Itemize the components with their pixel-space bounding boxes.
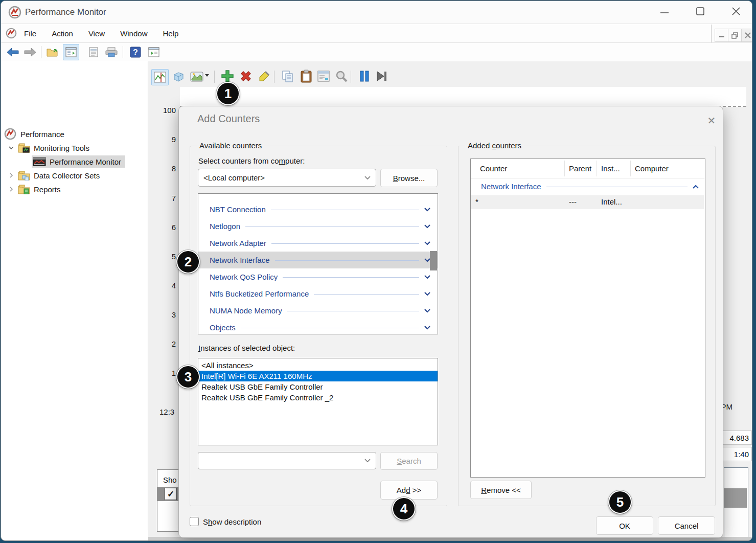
search-input[interactable]	[198, 454, 364, 468]
cell-parent: ---	[569, 197, 577, 206]
counter-item-selected[interactable]: Network Interface	[198, 252, 438, 268]
chevron-down-icon[interactable]	[424, 292, 430, 296]
counters-list[interactable]: NBT Connection Netlogon Network Adapter …	[198, 193, 438, 334]
zoom-button[interactable]	[334, 69, 349, 84]
mdi-minimize-button[interactable]	[715, 29, 728, 42]
view-current-activity-button[interactable]	[151, 69, 169, 85]
instance-item[interactable]: Realtek USB GbE Family Controller _2	[198, 392, 438, 403]
y-axis-label: 100	[155, 106, 176, 115]
close-icon[interactable]	[731, 6, 741, 16]
forward-button[interactable]	[22, 44, 38, 60]
tree-item-performance[interactable]: Performance	[4, 128, 64, 140]
show-hide-console-tree-button[interactable]	[63, 44, 79, 60]
legend-checkbox[interactable]: ✓	[165, 488, 177, 500]
menu-view[interactable]: View	[88, 29, 105, 38]
chevron-collapsed-icon[interactable]	[8, 186, 14, 192]
chevron-down-icon[interactable]	[424, 241, 430, 245]
dialog-close-icon[interactable]: ✕	[704, 114, 719, 128]
search-button[interactable]: Search	[380, 452, 438, 470]
counter-item[interactable]: Network Adapter	[198, 235, 438, 252]
dropdown-caret-icon[interactable]	[204, 74, 210, 77]
menu-help[interactable]: Help	[163, 29, 178, 38]
added-counter-row[interactable]: * --- Intel...	[471, 195, 704, 209]
chevron-down-icon[interactable]	[424, 275, 430, 279]
instances-list[interactable]: <All instances> Intel[R] Wi-Fi 6E AX211 …	[198, 358, 438, 445]
ok-button[interactable]: OK	[596, 516, 653, 535]
properties-button[interactable]	[316, 69, 331, 84]
column-computer[interactable]: Computer	[635, 159, 669, 178]
tree-item-reports[interactable]: Reports	[8, 184, 61, 194]
chevron-down-icon[interactable]	[424, 309, 430, 313]
menu-action[interactable]: Action	[52, 29, 73, 38]
graph-type-icon	[190, 72, 203, 82]
tree-item-performance-monitor[interactable]: Performance Monitor	[32, 155, 125, 168]
counter-item[interactable]: Netlogon	[198, 218, 438, 235]
maximize-icon[interactable]	[695, 6, 705, 16]
copy-properties-button[interactable]	[280, 69, 295, 84]
counter-item[interactable]: Ntfs Bucketized Performance	[198, 285, 438, 302]
show-description-checkbox[interactable]	[190, 517, 199, 526]
column-instance[interactable]: Inst...	[601, 159, 620, 178]
show-description-row[interactable]: Show description	[190, 517, 261, 526]
tree-label: Performance	[20, 130, 64, 139]
instance-item-selected[interactable]: Intel[R] Wi-Fi 6E AX211 160MHz	[198, 371, 438, 381]
chevron-collapsed-icon[interactable]	[8, 172, 14, 178]
minimize-icon[interactable]	[659, 8, 670, 16]
scrollbar-thumb[interactable]	[724, 488, 747, 508]
cancel-button[interactable]: Cancel	[658, 516, 715, 535]
browse-button[interactable]: Browse...	[380, 169, 438, 187]
legend-scrollbar-fragment[interactable]	[724, 467, 748, 541]
view-log-data-button[interactable]	[171, 69, 186, 84]
svg-text:?: ?	[133, 48, 138, 57]
freeze-display-button[interactable]	[357, 69, 372, 84]
new-window-icon	[148, 47, 159, 57]
show-description-label: Show description	[203, 517, 261, 526]
help-button[interactable]: ?	[128, 44, 143, 60]
column-parent[interactable]: Parent	[569, 159, 591, 178]
reports-folder-icon	[18, 184, 30, 194]
tree-item-data-collector-sets[interactable]: Data Collector Sets	[8, 170, 100, 180]
menu-file[interactable]: File	[24, 29, 36, 38]
menu-separator	[711, 25, 712, 42]
main-toolbar: ?	[1, 43, 752, 62]
counter-item[interactable]: NUMA Node Memory	[198, 302, 438, 319]
highlight-button[interactable]	[257, 69, 272, 84]
mdi-restore-button[interactable]	[728, 29, 742, 42]
chevron-up-icon[interactable]	[693, 185, 699, 189]
highlight-pen-icon	[258, 70, 270, 82]
instance-search-combobox[interactable]	[198, 452, 376, 469]
chevron-down-icon[interactable]	[424, 326, 430, 330]
delete-x-icon	[239, 70, 253, 83]
tree-item-monitoring-tools[interactable]: Monitoring Tools	[8, 143, 89, 153]
scrollbar-thumb[interactable]	[430, 251, 437, 270]
instance-item[interactable]: Realtek USB GbE Family Controller	[198, 381, 438, 392]
performance-root-icon	[4, 128, 16, 140]
remove-button[interactable]: Remove <<	[470, 481, 532, 499]
chevron-down-icon[interactable]	[424, 208, 430, 212]
paste-counter-list-button[interactable]	[299, 69, 314, 84]
counter-item[interactable]: Objects	[198, 319, 438, 334]
chevron-down-icon[interactable]	[424, 224, 430, 229]
counter-item[interactable]: NBT Connection	[198, 201, 438, 218]
add-plus-icon	[221, 70, 234, 83]
delete-counter-button[interactable]	[238, 69, 254, 84]
counter-group-row[interactable]: Network Interface	[471, 178, 705, 195]
mdi-close-button[interactable]	[741, 29, 752, 42]
chevron-expanded-icon[interactable]	[8, 145, 14, 151]
update-data-button[interactable]	[374, 69, 390, 84]
add-button[interactable]: Add >>	[380, 481, 438, 500]
print-button[interactable]	[104, 44, 119, 60]
back-button[interactable]	[5, 44, 20, 60]
new-window-button[interactable]	[146, 44, 162, 60]
instance-item[interactable]: <All instances>	[198, 360, 438, 371]
properties-page-button[interactable]	[86, 44, 101, 60]
counter-item[interactable]: Network QoS Policy	[198, 268, 438, 285]
export-button[interactable]	[45, 44, 60, 60]
change-graph-type-button[interactable]	[189, 69, 204, 84]
perf-toolbar-separator	[274, 71, 274, 83]
column-counter[interactable]: Counter	[480, 159, 507, 178]
y-axis-label: 4	[155, 281, 176, 290]
toolbar-separator	[41, 46, 41, 58]
computer-combobox[interactable]: <Local computer>	[198, 169, 376, 187]
menu-window[interactable]: Window	[120, 29, 147, 38]
